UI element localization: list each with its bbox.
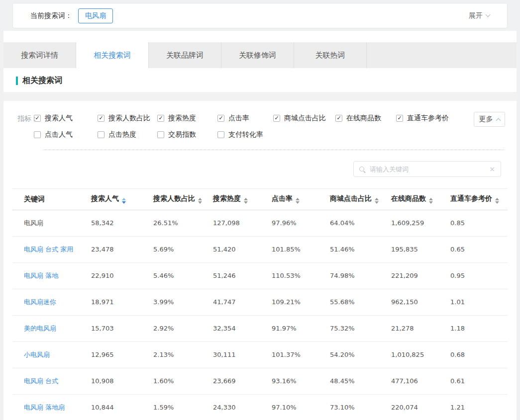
metric-filter-label: 指标： bbox=[17, 114, 38, 123]
clear-input-icon[interactable]: × bbox=[489, 166, 495, 172]
current-search-term-label: 当前搜索词： bbox=[30, 11, 72, 20]
column-header[interactable]: 在线商品数 bbox=[391, 189, 450, 210]
keyword-cell: 电风扇 落地 bbox=[12, 262, 91, 289]
more-metrics-button[interactable]: 更多 bbox=[474, 112, 505, 127]
filter-row-2: ✓ 点击人气 ✓ 点击热度 ✓ 交易指数 ✓ 支付转化率 bbox=[34, 129, 517, 140]
filter-item-label: 直通车参考价 bbox=[407, 114, 449, 123]
cell-value: 101.37% bbox=[272, 341, 330, 368]
sort-icon[interactable] bbox=[429, 198, 433, 204]
keyword-link[interactable]: 电风扇迷你 bbox=[24, 298, 56, 306]
sort-icon[interactable] bbox=[122, 198, 126, 204]
filter-item-label: 搜索人气 bbox=[45, 114, 73, 123]
more-button-label: 更多 bbox=[479, 115, 493, 124]
filter-checkbox-item[interactable]: ✓ 点击率 bbox=[217, 114, 273, 123]
column-header[interactable]: 搜索热度 bbox=[213, 189, 272, 210]
checkbox[interactable]: ✓ bbox=[157, 115, 164, 122]
keyword-cell: 电风扇 台式 家用 bbox=[12, 236, 91, 262]
checkbox[interactable]: ✓ bbox=[335, 115, 342, 122]
column-header[interactable]: 直通车参考价 bbox=[450, 189, 508, 210]
cell-value: 51,420 bbox=[213, 236, 272, 262]
keyword-link[interactable]: 电风扇 台式 bbox=[24, 377, 58, 385]
tab-1[interactable]: 相关搜索词 bbox=[76, 42, 149, 68]
keyword-search-input[interactable] bbox=[369, 165, 489, 173]
checkbox[interactable]: ✓ bbox=[34, 131, 41, 138]
cell-value: 2.92% bbox=[153, 315, 213, 341]
filter-checkbox-item[interactable]: ✓ 直通车参考价 bbox=[396, 114, 449, 123]
tab-label: 关联热词 bbox=[315, 51, 345, 60]
expand-toggle[interactable]: 展开 bbox=[469, 11, 490, 20]
table-row: 小电风扇 12,9652.13%30,111101.37%54.20%1,010… bbox=[12, 341, 508, 368]
column-header-label: 关键词 bbox=[24, 195, 45, 203]
cell-value: 48.45% bbox=[330, 368, 391, 394]
filter-checkbox-item[interactable]: ✓ 交易指数 bbox=[157, 130, 217, 139]
tab-2[interactable]: 关联品牌词 bbox=[149, 42, 221, 68]
related-keywords-table: 关键词 搜索人气 搜索人数占比 搜索热度 点击率 商城点击占比 在线商品数 直通… bbox=[12, 189, 508, 420]
keyword-link[interactable]: 电风扇 台式 家用 bbox=[24, 246, 73, 253]
tab-label: 关联修饰词 bbox=[239, 51, 276, 60]
table-row: 美的电风扇 15,7032.92%32,35491.97%75.32%21,27… bbox=[12, 315, 508, 341]
tab-label: 关联品牌词 bbox=[166, 51, 204, 60]
checkbox[interactable]: ✓ bbox=[273, 115, 280, 122]
sort-icon[interactable] bbox=[198, 198, 202, 204]
keyword-link[interactable]: 美的电风扇 bbox=[24, 325, 56, 332]
filter-checkbox-item[interactable]: ✓ 支付转化率 bbox=[217, 130, 273, 139]
section-header: 相关搜索词 bbox=[3, 68, 517, 92]
tab-3[interactable]: 关联修饰词 bbox=[221, 42, 294, 68]
cell-value: 15,703 bbox=[91, 315, 153, 341]
column-header[interactable]: 点击率 bbox=[272, 189, 330, 210]
filter-checkbox-item[interactable]: ✓ 点击热度 bbox=[98, 130, 157, 139]
tab-bar: 搜索词详情 相关搜索词 关联品牌词 关联修饰词 关联热词 bbox=[3, 42, 517, 68]
cell-value: 1.18 bbox=[450, 315, 508, 341]
filter-checkbox-item[interactable]: ✓ 在线商品数 bbox=[335, 114, 396, 123]
sort-icon[interactable] bbox=[495, 198, 499, 204]
search-icon bbox=[359, 167, 364, 171]
checkmark-icon: ✓ bbox=[158, 115, 163, 121]
checkbox[interactable]: ✓ bbox=[217, 131, 224, 138]
filter-checkbox-item[interactable]: ✓ 点击人气 bbox=[34, 130, 98, 139]
table-header-row: 关键词 搜索人气 搜索人数占比 搜索热度 点击率 商城点击占比 在线商品数 直通… bbox=[12, 189, 508, 210]
chevron-up-icon bbox=[496, 118, 501, 123]
column-header[interactable]: 搜索人数占比 bbox=[153, 189, 213, 210]
cell-value: 221,209 bbox=[391, 262, 450, 289]
checkbox[interactable]: ✓ bbox=[217, 115, 224, 122]
cell-value: 0.85 bbox=[450, 210, 508, 236]
cell-value: 5.69% bbox=[153, 236, 213, 262]
tab-4[interactable]: 关联热词 bbox=[294, 42, 367, 68]
filter-checkbox-item[interactable]: ✓ 搜索人数占比 bbox=[98, 114, 157, 123]
filter-checkbox-item[interactable]: ✓ 搜索人气 bbox=[34, 114, 98, 123]
keyword-link[interactable]: 电风扇 落地 bbox=[24, 272, 58, 279]
checkbox[interactable]: ✓ bbox=[396, 115, 403, 122]
sort-icon[interactable] bbox=[244, 198, 248, 204]
cell-value: 1.21 bbox=[450, 394, 508, 420]
sort-icon[interactable] bbox=[296, 198, 300, 204]
cell-value: 22,910 bbox=[91, 262, 153, 289]
keyword-link[interactable]: 电风扇 落地扇 bbox=[24, 404, 65, 411]
cell-value: 58,342 bbox=[91, 210, 153, 236]
column-header[interactable]: 商城点击占比 bbox=[330, 189, 391, 210]
filter-checkbox-item[interactable]: ✓ 商城点击占比 bbox=[273, 114, 335, 123]
section-accent-bar bbox=[16, 77, 18, 85]
current-keyword-chip[interactable]: 电风扇 bbox=[78, 8, 113, 23]
keyword-cell: 美的电风扇 bbox=[12, 315, 91, 341]
cell-value: 97.96% bbox=[272, 210, 330, 236]
keyword-link[interactable]: 小电风扇 bbox=[24, 351, 50, 358]
expand-label: 展开 bbox=[469, 11, 483, 20]
tab-0[interactable]: 搜索词详情 bbox=[3, 42, 76, 68]
filter-item-label: 支付转化率 bbox=[228, 130, 263, 139]
checkbox[interactable]: ✓ bbox=[98, 115, 104, 122]
cell-value: 51,246 bbox=[213, 262, 272, 289]
cell-value: 127,098 bbox=[213, 210, 272, 236]
metric-filter-block: 指标： ✓ 搜索人气 ✓ 搜索人数占比 ✓ 搜索热度 ✓ 点击率 ✓ 商城点击占… bbox=[3, 101, 517, 150]
cell-value: 0.68 bbox=[450, 341, 508, 368]
table-body: 电风扇 58,34226.51%127,09897.96%64.04%1,609… bbox=[12, 210, 508, 420]
filter-item-label: 点击率 bbox=[228, 114, 249, 123]
column-header[interactable]: 搜索人气 bbox=[91, 189, 153, 210]
checkbox[interactable]: ✓ bbox=[157, 131, 164, 138]
filter-checkbox-item[interactable]: ✓ 搜索热度 bbox=[157, 114, 217, 123]
current-search-term-bar: 当前搜索词： 电风扇 展开 bbox=[12, 3, 508, 28]
checkmark-icon: ✓ bbox=[397, 115, 402, 121]
sort-icon[interactable] bbox=[375, 198, 379, 204]
cell-value: 75.32% bbox=[330, 315, 391, 341]
checkbox[interactable]: ✓ bbox=[98, 131, 104, 138]
column-header-label: 直通车参考价 bbox=[450, 194, 492, 202]
